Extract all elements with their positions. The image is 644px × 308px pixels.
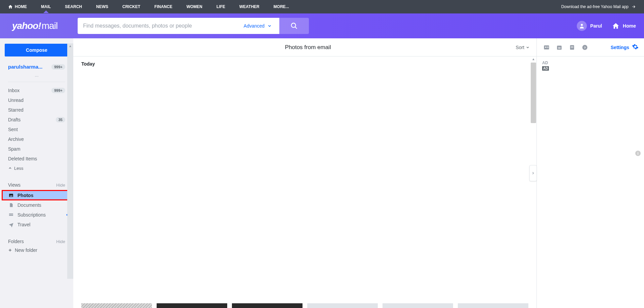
search-wrap: Advanced — [78, 18, 309, 34]
svg-text:?: ? — [584, 45, 586, 49]
new-folder-button[interactable]: New folder — [0, 245, 73, 255]
notepad-icon[interactable] — [568, 43, 576, 51]
subscriptions-icon — [8, 212, 14, 218]
nav-home[interactable]: HOME — [8, 4, 27, 9]
contacts-icon[interactable] — [542, 43, 551, 51]
document-icon — [8, 202, 14, 208]
header-right: Parul Home — [577, 21, 636, 31]
settings-link[interactable]: Settings — [611, 45, 629, 50]
content: Photos from email Sort Today ▲ — [73, 38, 536, 308]
content-scrollbar[interactable]: ▲ — [530, 56, 536, 308]
nav-cricket[interactable]: CRICKET — [122, 4, 140, 9]
photo-icon — [8, 193, 14, 198]
account-name: parulsharma... — [8, 64, 51, 70]
sort-button[interactable]: Sort — [516, 45, 530, 50]
app-header: yahoo!mail Advanced Parul Home — [0, 13, 644, 38]
folder-drafts[interactable]: Drafts35 — [8, 115, 65, 124]
view-documents[interactable]: Documents — [0, 200, 73, 210]
svg-rect-12 — [571, 46, 573, 47]
svg-text:30: 30 — [558, 46, 561, 49]
today-heading: Today — [81, 61, 528, 67]
download-app-link[interactable]: Download the ad-free Yahoo Mail app — [561, 4, 636, 9]
folders-hide[interactable]: Hide — [56, 239, 65, 244]
home-icon — [612, 22, 619, 30]
user-menu[interactable]: Parul — [577, 21, 602, 31]
svg-rect-7 — [547, 46, 549, 47]
folder-unread[interactable]: Unread — [8, 95, 65, 105]
folder-starred[interactable]: Starred — [8, 105, 65, 115]
svg-rect-13 — [571, 47, 573, 48]
ad-badge: AD — [542, 66, 549, 71]
rail-tools: 30 ? Settings — [537, 38, 644, 56]
folder-inbox[interactable]: Inbox999+ — [8, 85, 65, 95]
search-input[interactable] — [83, 23, 244, 29]
arrow-right-icon — [631, 4, 636, 9]
compose-button[interactable]: Compose — [5, 44, 69, 56]
svg-rect-8 — [547, 47, 549, 48]
views-list: Photos Documents Subscriptions New Trave… — [0, 190, 73, 229]
nav-finance[interactable]: FINANCE — [154, 4, 172, 9]
photo-thumb[interactable] — [307, 303, 378, 308]
folders-header: Folders Hide — [0, 237, 73, 245]
person-icon — [579, 23, 585, 29]
nav-women[interactable]: WOMEN — [187, 4, 202, 9]
content-header: Photos from email Sort — [73, 38, 536, 56]
help-icon[interactable]: ? — [580, 43, 589, 51]
nav-news[interactable]: NEWS — [96, 4, 108, 9]
nav-more[interactable]: MORE... — [274, 4, 289, 9]
plus-icon — [8, 248, 12, 252]
ad-label: AD — [542, 61, 639, 65]
svg-point-6 — [545, 46, 547, 48]
photo-thumb[interactable] — [458, 303, 528, 308]
nav-search[interactable]: SEARCH — [65, 4, 82, 9]
search-button[interactable] — [279, 18, 309, 34]
content-title: Photos from email — [100, 44, 516, 51]
scroll-up-icon: ▲ — [69, 44, 72, 48]
folder-sent[interactable]: Sent — [8, 124, 65, 134]
advanced-search-link[interactable]: Advanced — [244, 23, 272, 29]
sidebar: Compose parulsharma... 999+ … Inbox999+ … — [0, 38, 73, 308]
account-row[interactable]: parulsharma... 999+ — [0, 64, 73, 73]
photo-thumb[interactable] — [81, 303, 152, 308]
scroll-thumb[interactable] — [531, 63, 536, 123]
folder-list: Inbox999+ Unread Starred Drafts35 Sent A… — [0, 85, 73, 173]
account-menu-dots[interactable]: … — [8, 73, 65, 82]
photo-thumb[interactable] — [232, 303, 303, 308]
view-travel[interactable]: Travel — [0, 220, 73, 229]
chevron-down-icon — [526, 45, 530, 49]
travel-icon — [8, 222, 14, 227]
right-rail: 30 ? Settings AD AD i — [536, 38, 644, 308]
sidebar-scrollbar[interactable]: ▲ — [67, 43, 73, 279]
view-photos[interactable]: Photos — [2, 190, 71, 200]
ad-info-icon[interactable]: i — [635, 151, 641, 156]
main: Photos from email Sort Today ▲ — [73, 38, 644, 308]
folder-deleted[interactable]: Deleted Items — [8, 154, 65, 163]
views-hide[interactable]: Hide — [56, 183, 65, 188]
folder-spam[interactable]: Spam — [8, 144, 65, 154]
view-subscriptions[interactable]: Subscriptions New — [0, 210, 73, 220]
account-badge: 999+ — [51, 64, 65, 70]
expand-handle[interactable] — [529, 165, 537, 181]
calendar-icon[interactable]: 30 — [555, 43, 564, 51]
views-header: Views Hide — [0, 181, 73, 189]
search-icon — [290, 22, 298, 30]
nav-mail[interactable]: MAIL — [41, 4, 51, 9]
photo-thumb[interactable] — [157, 303, 227, 308]
home-link[interactable]: Home — [612, 22, 636, 30]
svg-rect-4 — [9, 215, 13, 216]
less-toggle[interactable]: Less — [8, 163, 65, 173]
global-nav: HOME MAIL SEARCH NEWS CRICKET FINANCE WO… — [0, 0, 644, 13]
gear-icon[interactable] — [632, 43, 639, 51]
yahoo-mail-logo[interactable]: yahoo!mail — [12, 21, 57, 31]
folder-archive[interactable]: Archive — [8, 134, 65, 144]
nav-weather[interactable]: WEATHER — [239, 4, 259, 9]
chevron-right-icon — [531, 171, 535, 175]
home-icon — [8, 4, 13, 9]
chevron-down-icon — [267, 24, 272, 28]
nav-life[interactable]: LIFE — [216, 4, 225, 9]
photo-thumb[interactable] — [383, 303, 453, 308]
svg-rect-3 — [9, 214, 13, 215]
svg-point-0 — [291, 23, 296, 28]
chevron-up-icon — [8, 166, 12, 170]
avatar — [577, 21, 587, 31]
